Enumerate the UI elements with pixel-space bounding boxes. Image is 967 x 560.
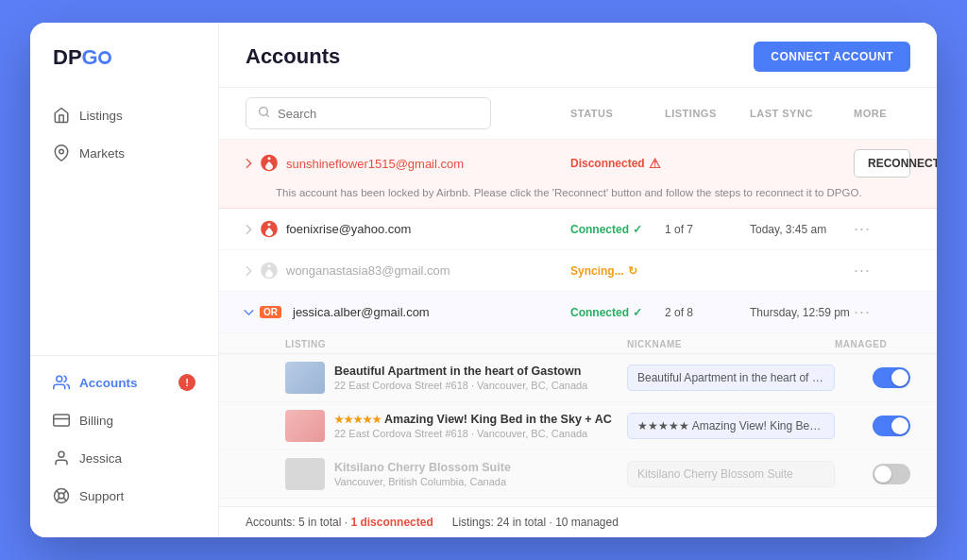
nickname-field-2[interactable]: ★★★★★ Amazing View! King Bed in [627, 413, 835, 439]
account-row-foenixrise: foenixrise@yahoo.com Connected ✓ 1 of 7 … [219, 209, 937, 250]
credit-card-icon [53, 412, 70, 429]
page-header: Accounts CONNECT ACCOUNT [219, 23, 937, 88]
listings-count-foenixrise: 1 of 7 [665, 223, 750, 236]
or-badge: OR [260, 306, 281, 318]
sidebar-item-support[interactable]: Support [30, 477, 218, 515]
chevron-down-icon[interactable] [244, 309, 255, 315]
svg-rect-2 [54, 415, 70, 426]
listing-title-1: Beautiful Apartment in the heart of Gast… [334, 365, 587, 378]
toggle-knob-3 [874, 466, 891, 483]
sidebar-item-billing[interactable]: Billing [30, 401, 218, 439]
listings-subheader: LISTING NICKNAME MANAGED [219, 333, 937, 354]
checkmark-icon: ✓ [633, 223, 642, 236]
listing-row-4: Chic Kitsilano Character Home [219, 499, 937, 506]
accounts-badge [178, 374, 195, 391]
listing-title-3: Kitsilano Cherry Blossom Suite [334, 461, 511, 474]
account-email-foenixrise: foenixrise@yahoo.com [246, 220, 570, 239]
listing-thumb-2 [285, 410, 325, 442]
listing-addr-2: 22 East Cordova Street #618 · Vancouver,… [334, 428, 612, 439]
svg-line-8 [63, 498, 66, 501]
chevron-right-icon3[interactable] [246, 265, 252, 277]
sidebar: DPG Listings Markets [30, 23, 219, 537]
managed-toggle-2[interactable] [873, 416, 910, 436]
managed-toggle-1[interactable] [873, 367, 910, 388]
listing-addr-1: 22 East Cordova Street #618 · Vancouver,… [334, 380, 587, 391]
status-connected-foenixrise: Connected ✓ [570, 223, 665, 236]
status-syncing: Syncing... ↻ [570, 264, 665, 278]
sync-icon: ↻ [628, 264, 637, 278]
airbnb-icon3 [260, 262, 279, 280]
listing-title-2: ★★★★★ Amazing View! King Bed in the Sky … [334, 413, 612, 426]
toggle-wrap-1 [835, 367, 910, 388]
col-header-last-sync: LAST SYNC [750, 108, 854, 119]
status-connected-jessica: Connected ✓ [570, 306, 665, 319]
managed-toggle-3[interactable] [873, 464, 910, 484]
connect-account-button[interactable]: CONNECT ACCOUNT [754, 42, 910, 72]
col-nickname: NICKNAME [627, 339, 835, 349]
toggle-knob-1 [891, 369, 908, 386]
listing-info-1: Beautiful Apartment in the heart of Gast… [285, 362, 627, 394]
billing-label: Billing [79, 414, 113, 428]
more-menu-jessica[interactable]: ··· [854, 302, 910, 322]
listing-info-2: ★★★★★ Amazing View! King Bed in the Sky … [285, 410, 627, 442]
nav-top: Listings Markets [30, 96, 218, 355]
listing-row-3: Kitsilano Cherry Blossom Suite Vancouver… [219, 450, 937, 499]
nickname-field-3[interactable]: Kitsilano Cherry Blossom Suite [627, 461, 835, 487]
listing-row-2: ★★★★★ Amazing View! King Bed in the Sky … [219, 402, 937, 450]
more-menu-foenixrise[interactable]: ··· [854, 219, 910, 239]
listing-thumb-3 [285, 458, 325, 490]
logo-area: DPG [30, 45, 218, 96]
status-disconnected: Disconnected ⚠ [570, 156, 665, 171]
page-title: Accounts [246, 44, 340, 69]
table-header-row: STATUS LISTINGS LAST SYNC MORE [219, 88, 937, 140]
markets-label: Markets [79, 146, 125, 161]
jessica-email: jessica.alber@gmail.com [293, 305, 430, 319]
listings-count-jessica: 2 of 8 [665, 306, 750, 319]
search-input-wrap[interactable] [246, 97, 491, 129]
wonganastasia-email: wonganastasia83@gmail.com [286, 263, 450, 278]
sidebar-item-listings[interactable]: Listings [30, 96, 218, 134]
listing-addr-3: Vancouver, British Columbia, Canada [334, 476, 511, 487]
search-icon [258, 105, 270, 122]
error-message: This account has been locked by Airbnb. … [219, 187, 937, 208]
foenixrise-email: foenixrise@yahoo.com [286, 222, 411, 236]
svg-line-9 [63, 491, 66, 494]
last-sync-jessica: Thursday, 12:59 pm [750, 306, 854, 319]
chevron-right-icon [246, 158, 252, 169]
app-shell: DPG Listings Markets [30, 23, 937, 537]
stars-icon: ★★★★★ [334, 414, 382, 425]
search-input[interactable] [278, 107, 479, 121]
listing-row-1: Beautiful Apartment in the heart of Gast… [219, 354, 937, 402]
sidebar-item-jessica[interactable]: Jessica [30, 439, 218, 477]
checkmark-icon2: ✓ [633, 306, 642, 319]
jessica-label: Jessica [79, 451, 122, 466]
account-row-error: sunshineflower1515@gmail.com Disconnecte… [219, 140, 937, 209]
nav-bottom: Accounts Billing Jessica [30, 355, 218, 515]
more-menu-wong[interactable]: ··· [854, 261, 910, 280]
error-row-main: sunshineflower1515@gmail.com Disconnecte… [219, 140, 937, 187]
toggle-wrap-3 [835, 464, 910, 484]
home-icon [53, 107, 70, 124]
chevron-right-icon2[interactable] [246, 224, 252, 235]
account-email-jessica: OR jessica.alber@gmail.com [246, 305, 570, 319]
listing-details-1: Beautiful Apartment in the heart of Gast… [334, 365, 587, 391]
accounts-status-text: Accounts: 5 in total · 1 disconnected [246, 516, 433, 529]
listing-thumb-1 [285, 362, 325, 394]
account-email-error: sunshineflower1515@gmail.com [246, 154, 570, 173]
sidebar-item-markets[interactable]: Markets [30, 134, 218, 172]
toggle-wrap-2 [835, 416, 910, 436]
account-row-jessica: OR jessica.alber@gmail.com Connected ✓ 2… [219, 292, 937, 333]
toggle-knob-2 [891, 417, 908, 434]
svg-point-1 [57, 376, 62, 382]
sidebar-item-accounts[interactable]: Accounts [30, 364, 218, 401]
nickname-field-1[interactable]: Beautiful Apartment in the heart of Ga [627, 365, 835, 391]
svg-line-10 [57, 498, 59, 501]
account-email-wonganastasia: wonganastasia83@gmail.com [246, 262, 570, 280]
warning-icon: ⚠ [649, 156, 661, 171]
listing-info-3: Kitsilano Cherry Blossom Suite Vancouver… [285, 458, 627, 490]
listing-details-3: Kitsilano Cherry Blossom Suite Vancouver… [334, 461, 511, 487]
listing-details-2: ★★★★★ Amazing View! King Bed in the Sky … [334, 413, 612, 439]
airbnb-icon2 [260, 220, 279, 239]
reconnect-button[interactable]: RECONNECT [854, 149, 910, 178]
accounts-table: STATUS LISTINGS LAST SYNC MORE sunshinef [219, 88, 937, 506]
